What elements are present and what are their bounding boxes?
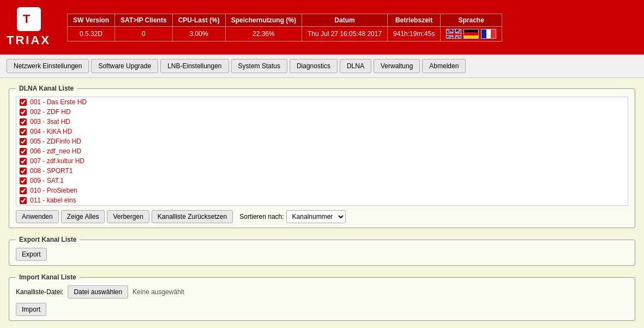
channel-checkbox[interactable] bbox=[20, 99, 27, 106]
list-item: 004 - KiKA HD bbox=[16, 127, 628, 136]
channel-label: 006 - zdf_neo HD bbox=[30, 147, 81, 155]
channel-checkbox[interactable] bbox=[20, 138, 27, 145]
uptime-header: Betriebszeit bbox=[388, 14, 441, 26]
import-button[interactable]: Import bbox=[16, 303, 46, 316]
channel-label: 001 - Das Erste HD bbox=[30, 98, 87, 106]
channel-label: 003 - 3sat HD bbox=[30, 118, 70, 126]
channel-label: 008 - SPORT1 bbox=[30, 167, 73, 175]
dlna-controls: Anwenden Zeige Alles Verbergen Kanallist… bbox=[16, 210, 628, 223]
show-all-button[interactable]: Zeige Alles bbox=[61, 210, 105, 223]
dlna-kanal-fieldset: DLNA Kanal Liste 001 - Das Erste HD002 -… bbox=[9, 85, 635, 228]
list-item: 009 - SAT.1 bbox=[16, 176, 628, 186]
list-item: 008 - SPORT1 bbox=[16, 166, 628, 176]
list-item: 002 - ZDF HD bbox=[16, 107, 628, 117]
language-flags[interactable] bbox=[441, 26, 502, 41]
flag-uk[interactable] bbox=[446, 29, 461, 39]
list-item: 003 - 3sat HD bbox=[16, 117, 628, 127]
logo-area: T TRIAX bbox=[7, 7, 51, 47]
import-file-label: Kanalliste-Datei: bbox=[16, 288, 63, 296]
dlna-legend: DLNA Kanal Liste bbox=[16, 85, 77, 92]
date-header: Datum bbox=[302, 14, 387, 26]
channel-label: 002 - ZDF HD bbox=[30, 108, 71, 116]
svg-text:T: T bbox=[23, 12, 31, 26]
channel-label: 010 - ProSieben bbox=[30, 187, 77, 194]
sat-ip-value: 0 bbox=[115, 26, 173, 41]
channel-checkbox[interactable] bbox=[20, 158, 27, 165]
nav-netzwerk[interactable]: Netzwerk Einstellungen bbox=[7, 59, 89, 73]
channel-checkbox[interactable] bbox=[20, 128, 27, 135]
channel-label: 011 - kabel eins bbox=[30, 196, 76, 204]
memory-value: 22.36% bbox=[225, 26, 302, 41]
channel-label: 004 - KiKA HD bbox=[30, 128, 72, 135]
list-item: 005 - ZDFinfo HD bbox=[16, 136, 628, 146]
channel-checkbox[interactable] bbox=[20, 187, 27, 194]
channel-label: 007 - zdf.kultur HD bbox=[30, 157, 85, 165]
cpu-value: 3.00% bbox=[172, 26, 225, 41]
nav-lnb[interactable]: LNB-Einstellungen bbox=[160, 59, 228, 73]
channel-checkbox[interactable] bbox=[20, 148, 27, 155]
svg-rect-10 bbox=[447, 33, 461, 35]
sort-label: Sortieren nach: bbox=[239, 213, 284, 220]
nav-system-status[interactable]: System Status bbox=[231, 59, 287, 73]
channel-checkbox[interactable] bbox=[20, 118, 27, 126]
nav-abmelden[interactable]: Abmelden bbox=[422, 59, 466, 73]
import-fieldset: Import Kanal Liste Kanalliste-Datei: Dat… bbox=[9, 273, 635, 321]
channel-checkbox[interactable] bbox=[20, 177, 27, 184]
sort-select[interactable]: KanalnummerAlphabetisch bbox=[286, 210, 346, 223]
triax-logo-icon: T bbox=[17, 7, 41, 31]
cpu-header: CPU-Last (%) bbox=[172, 14, 225, 26]
channel-label: 005 - ZDFinfo HD bbox=[30, 138, 81, 145]
channel-label: 009 - SAT.1 bbox=[30, 177, 64, 184]
language-header: Sprache bbox=[441, 14, 502, 26]
nav-verwaltung[interactable]: Verwaltung bbox=[374, 59, 420, 73]
navigation-bar: Netzwerk Einstellungen Software Upgrade … bbox=[0, 55, 644, 78]
main-content: DLNA Kanal Liste 001 - Das Erste HD002 -… bbox=[0, 78, 644, 328]
list-item: 001 - Das Erste HD bbox=[16, 97, 628, 107]
sw-version-value: 0.5.32D bbox=[68, 26, 115, 41]
sw-version-header: SW Version bbox=[68, 14, 115, 26]
export-legend: Export Kanal Liste bbox=[16, 236, 80, 243]
import-legend: Import Kanal Liste bbox=[16, 273, 80, 281]
list-item: 007 - zdf.kultur HD bbox=[16, 156, 628, 166]
flag-de[interactable] bbox=[464, 29, 479, 39]
hide-button[interactable]: Verbergen bbox=[107, 210, 149, 223]
export-fieldset: Export Kanal Liste Export bbox=[9, 236, 635, 266]
nav-dlna[interactable]: DLNA bbox=[340, 59, 371, 73]
import-file-row: Kanalliste-Datei: Datei auswählen Keine … bbox=[16, 285, 628, 299]
sat-ip-header: SAT>IP Clients bbox=[115, 14, 173, 26]
header: T TRIAX SW Version SAT>IP Clients CPU-La… bbox=[0, 0, 644, 55]
nav-software-upgrade[interactable]: Software Upgrade bbox=[91, 59, 158, 73]
channel-list-container[interactable]: 001 - Das Erste HD002 - ZDF HD003 - 3sat… bbox=[16, 97, 628, 206]
file-select-button[interactable]: Datei auswählen bbox=[68, 285, 128, 299]
memory-header: Speichernutzung (%) bbox=[225, 14, 302, 26]
file-status: Keine ausgewählt bbox=[133, 288, 184, 296]
logo-text: TRIAX bbox=[7, 33, 51, 47]
nav-diagnostics[interactable]: Diagnostics bbox=[290, 59, 338, 73]
export-button[interactable]: Export bbox=[16, 248, 47, 261]
list-item: 006 - zdf_neo HD bbox=[16, 146, 628, 156]
channel-checkbox[interactable] bbox=[20, 168, 27, 175]
apply-button[interactable]: Anwenden bbox=[16, 210, 59, 223]
reset-button[interactable]: Kanalliste Zurücksetzen bbox=[152, 210, 233, 223]
flag-fr[interactable] bbox=[481, 29, 496, 39]
list-item: 011 - kabel eins bbox=[16, 195, 628, 205]
channel-checkbox[interactable] bbox=[20, 197, 27, 204]
date-value: Thu Jul 27 16:05:48 2017 bbox=[302, 26, 387, 41]
header-stats-table: SW Version SAT>IP Clients CPU-Last (%) S… bbox=[67, 14, 502, 41]
channel-checkbox[interactable] bbox=[20, 109, 27, 116]
list-item: 010 - ProSieben bbox=[16, 186, 628, 195]
uptime-value: 941h:19m:45s bbox=[388, 26, 441, 41]
